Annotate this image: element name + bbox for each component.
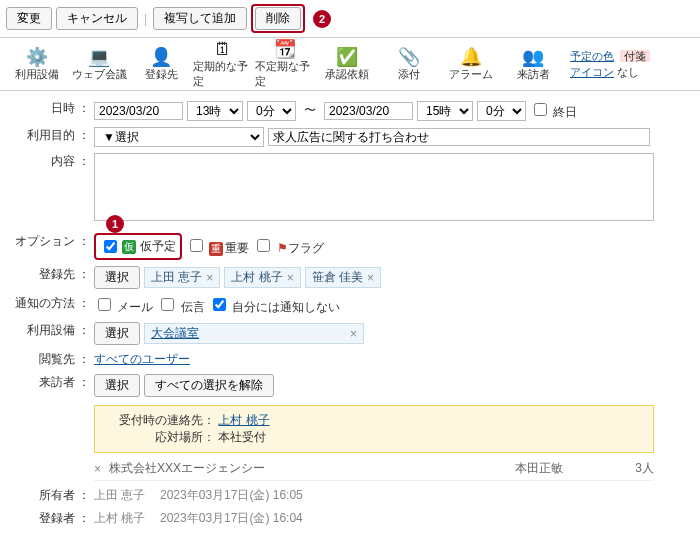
tentative-checkbox[interactable] [104, 240, 117, 253]
toolbar-承認依頼[interactable]: ✅承認依頼 [316, 42, 378, 86]
visitor-company: 株式会社XXXエージェンシー [109, 460, 515, 477]
allday-label[interactable]: 終日 [530, 100, 577, 121]
sidelinks: 予定の色 付箋 アイコン なし [570, 48, 650, 80]
visitor-info-box: 受付時の連絡先： 上村 桃子 応対場所： 本社受付 [94, 405, 654, 453]
cancel-button[interactable]: キャンセル [56, 7, 138, 30]
date-start-input[interactable] [94, 102, 183, 120]
label-assignees: 登録先 [10, 266, 94, 283]
label-owner: 所有者 [10, 487, 94, 504]
flag-label[interactable]: ⚑フラグ [253, 236, 323, 257]
visitors-clear-button[interactable]: すべての選択を解除 [144, 374, 274, 397]
tilde: 〜 [304, 102, 316, 119]
toolbar: ⚙️利用設備💻ウェブ会議👤登録先🗓定期的な予定📆不定期な予定✅承認依頼📎添付🔔ア… [0, 38, 700, 91]
toolbar-icon: 📆 [275, 39, 295, 59]
label-facility: 利用設備 [10, 322, 94, 339]
callout-1-icon: 1 [106, 215, 124, 233]
remove-icon[interactable]: × [287, 271, 294, 285]
contact-link[interactable]: 上村 桃子 [218, 412, 269, 429]
toolbar-icon: ✅ [337, 47, 357, 67]
sticky-chip[interactable]: 付箋 [620, 50, 650, 62]
toolbar-不定期な予定[interactable]: 📆不定期な予定 [254, 42, 316, 86]
important-checkbox[interactable] [190, 239, 203, 252]
toolbar-icon: 🔔 [461, 47, 481, 67]
label-purpose: 利用目的 [10, 127, 94, 144]
flag-icon: ⚑ [277, 241, 288, 255]
visitor-name: 本田正敏 [515, 460, 635, 477]
toolbar-来訪者[interactable]: 👥来訪者 [502, 42, 564, 86]
delete-button[interactable]: 削除 [255, 7, 301, 30]
content-textarea[interactable] [94, 153, 654, 221]
tentative-emphasis: 1 仮 仮予定 [94, 233, 182, 260]
min-start-select[interactable]: 0分 [247, 101, 296, 121]
allday-checkbox[interactable] [534, 103, 547, 116]
toolbar-登録先[interactable]: 👤登録先 [130, 42, 192, 86]
label-registrar: 登録者 [10, 510, 94, 527]
min-end-select[interactable]: 0分 [477, 101, 526, 121]
toolbar-icon: 👤 [151, 47, 171, 67]
delete-emphasis: 削除 [251, 4, 305, 33]
date-end-input[interactable] [324, 102, 413, 120]
label-viewers: 閲覧先 [10, 351, 94, 368]
icon-link[interactable]: アイコン [570, 66, 614, 78]
callout-2-icon: 2 [313, 10, 331, 28]
notify-mail[interactable]: メール [94, 295, 153, 316]
facility-select-button[interactable]: 選択 [94, 322, 140, 345]
icon-none: なし [617, 66, 639, 78]
place-label: 応対場所： [105, 429, 215, 446]
viewers-all-link[interactable]: すべてのユーザー [94, 351, 190, 368]
toolbar-icon: 👥 [523, 47, 543, 67]
title-input[interactable] [268, 128, 650, 146]
remove-icon[interactable]: × [367, 271, 374, 285]
label-content: 内容 [10, 153, 94, 170]
toolbar-ウェブ会議[interactable]: 💻ウェブ会議 [68, 42, 130, 86]
facility-tag: 大会議室× [144, 323, 364, 344]
label-visitors: 来訪者 [10, 374, 94, 391]
toolbar-icon: 🗓 [213, 39, 233, 59]
remove-icon[interactable]: × [350, 327, 357, 341]
purpose-select[interactable]: ▼選択 [94, 127, 264, 147]
label-options: オプション [10, 233, 94, 250]
top-action-bar: 変更 キャンセル | 複写して追加 削除 2 [0, 0, 700, 38]
owner-ts: 2023年03月17日(金) 16:05 [160, 487, 303, 504]
separator: | [142, 12, 149, 26]
contact-label: 受付時の連絡先： [105, 412, 215, 429]
assignee-tag: 笹倉 佳美× [305, 267, 381, 288]
toolbar-icon: 💻 [89, 47, 109, 67]
assignees-select-button[interactable]: 選択 [94, 266, 140, 289]
schedule-color-link[interactable]: 予定の色 [570, 50, 614, 62]
important-label[interactable]: 重重要 [186, 236, 249, 257]
toolbar-icon: 📎 [399, 47, 419, 67]
label-datetime: 日時 [10, 100, 94, 117]
toolbar-添付[interactable]: 📎添付 [378, 42, 440, 86]
tentative-label: 仮予定 [140, 238, 176, 255]
form-area: 日時 13時 0分 〜 15時 0分 終日 利用目的 ▼選択 内容 オプション … [0, 91, 700, 540]
place-value: 本社受付 [218, 429, 266, 446]
registrar-name: 上村 桃子 [94, 510, 145, 527]
assignee-tag: 上田 恵子× [144, 267, 220, 288]
notify-message[interactable]: 伝言 [157, 295, 204, 316]
notify-selfskip[interactable]: 自分には通知しない [209, 295, 340, 316]
visitor-count: 3人 [635, 460, 654, 477]
owner-name: 上田 恵子 [94, 487, 145, 504]
label-notify: 通知の方法 [10, 295, 94, 312]
visitors-select-button[interactable]: 選択 [94, 374, 140, 397]
toolbar-アラーム[interactable]: 🔔アラーム [440, 42, 502, 86]
toolbar-icon: ⚙️ [27, 47, 47, 67]
remove-icon[interactable]: × [94, 462, 101, 476]
assignee-tag: 上村 桃子× [224, 267, 300, 288]
registrar-ts: 2023年03月17日(金) 16:04 [160, 510, 303, 527]
toolbar-定期的な予定[interactable]: 🗓定期的な予定 [192, 42, 254, 86]
hour-end-select[interactable]: 15時 [417, 101, 473, 121]
important-badge-icon: 重 [209, 242, 223, 256]
flag-checkbox[interactable] [257, 239, 270, 252]
facility-link[interactable]: 大会議室 [151, 325, 199, 342]
remove-icon[interactable]: × [206, 271, 213, 285]
tentative-badge-icon: 仮 [122, 240, 136, 254]
toolbar-利用設備[interactable]: ⚙️利用設備 [6, 42, 68, 86]
visitor-row: × 株式会社XXXエージェンシー 本田正敏 3人 [94, 457, 654, 481]
copy-add-button[interactable]: 複写して追加 [153, 7, 247, 30]
hour-start-select[interactable]: 13時 [187, 101, 243, 121]
change-button[interactable]: 変更 [6, 7, 52, 30]
